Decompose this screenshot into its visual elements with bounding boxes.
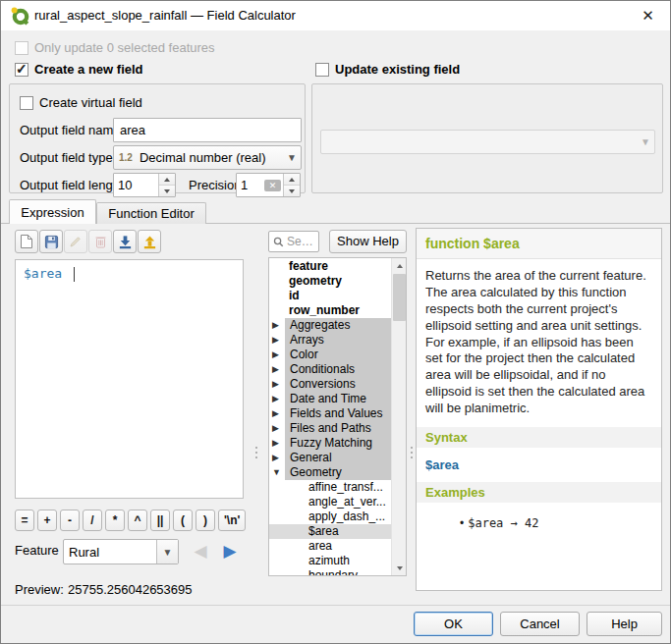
operator-button[interactable]: || xyxy=(150,510,170,531)
scrollbar-thumb[interactable] xyxy=(393,274,406,321)
output-field-length-input[interactable] xyxy=(114,174,158,196)
function-list-item[interactable]: $area xyxy=(269,524,392,539)
ok-button[interactable]: OK xyxy=(414,612,493,636)
function-list-item[interactable]: ▶Conditionals xyxy=(269,362,392,377)
function-list-item[interactable]: affine_transf... xyxy=(269,480,392,495)
chevron-right-icon[interactable]: ▶ xyxy=(269,362,285,377)
function-list-item[interactable]: apply_dash_... xyxy=(269,510,392,524)
chevron-right-icon[interactable]: ▶ xyxy=(269,406,285,421)
vertical-scrollbar[interactable] xyxy=(391,258,406,575)
function-list-item[interactable]: ▶Files and Paths xyxy=(269,421,392,436)
spin-down-icon[interactable] xyxy=(284,186,300,196)
chevron-right-icon[interactable]: ▶ xyxy=(269,348,285,362)
chevron-down-icon[interactable]: ▼ xyxy=(269,465,285,480)
delete-expression-button xyxy=(88,230,112,253)
operator-button[interactable]: = xyxy=(15,510,34,531)
scroll-down-icon[interactable] xyxy=(392,561,407,575)
function-list-item[interactable]: ▶Fuzzy Matching xyxy=(269,436,392,451)
function-list-item[interactable]: boundary xyxy=(269,568,392,576)
chevron-right-icon[interactable]: ▶ xyxy=(269,421,285,436)
chevron-right-icon[interactable]: ▶ xyxy=(269,318,285,333)
output-field-name-input[interactable] xyxy=(113,118,302,142)
feature-combo[interactable]: ▼ xyxy=(63,539,179,564)
function-list-item-label: geometry xyxy=(289,274,342,289)
function-list-item[interactable]: ▶Arrays xyxy=(269,333,392,348)
spin-up-icon[interactable] xyxy=(159,174,175,186)
spin-down-icon[interactable] xyxy=(159,186,175,196)
help-button[interactable]: Help xyxy=(587,612,662,636)
create-new-field-checkbox[interactable]: ✓ xyxy=(15,63,28,77)
create-virtual-field-checkbox[interactable] xyxy=(20,96,33,110)
chevron-right-icon[interactable]: ▶ xyxy=(269,333,285,348)
tab-function-editor[interactable]: Function Editor xyxy=(96,202,206,224)
operator-button[interactable]: / xyxy=(83,510,102,531)
cancel-button[interactable]: Cancel xyxy=(500,612,580,636)
splitter-handle[interactable] xyxy=(409,441,414,464)
function-list-item[interactable]: feature xyxy=(269,259,392,274)
function-list-item-label: feature xyxy=(289,259,328,274)
help-example-text: $area → 42 xyxy=(468,516,538,530)
expression-text: $area xyxy=(24,266,62,281)
function-list-item-label: affine_transf... xyxy=(308,480,383,495)
function-list-item-label: angle_at_ver... xyxy=(308,495,386,510)
spinner-arrows[interactable] xyxy=(283,174,300,196)
update-existing-field-label: Update existing field xyxy=(335,61,460,79)
operator-button[interactable]: ^ xyxy=(128,510,147,531)
function-list-item[interactable]: ▶Aggregates xyxy=(269,318,392,333)
scroll-up-icon[interactable] xyxy=(392,258,407,273)
function-list-item[interactable]: row_number xyxy=(269,303,392,318)
spin-up-icon[interactable] xyxy=(284,174,300,186)
chevron-right-icon[interactable]: ▶ xyxy=(269,377,285,392)
function-list-item[interactable]: ▶Fields and Values xyxy=(269,406,392,421)
function-list-item-label: Conditionals xyxy=(285,362,392,377)
feature-combo-input[interactable] xyxy=(64,545,156,560)
feature-label: Feature xyxy=(15,543,59,558)
chevron-right-icon[interactable]: ▶ xyxy=(269,392,285,406)
new-expression-button[interactable] xyxy=(15,230,38,253)
function-list-item[interactable]: ▼Geometry xyxy=(269,465,392,480)
chevron-down-icon: ▼ xyxy=(283,152,301,163)
import-expression-button[interactable] xyxy=(113,230,137,253)
output-field-type-combo[interactable]: 1.2 Decimal number (real) ▼ xyxy=(113,145,302,170)
search-input[interactable]: Se… xyxy=(268,231,319,252)
chevron-down-icon[interactable]: ▼ xyxy=(156,540,178,564)
update-existing-field-checkbox[interactable] xyxy=(315,63,329,77)
function-list-item[interactable]: ▶Color xyxy=(269,348,392,362)
splitter-handle[interactable] xyxy=(253,441,258,464)
next-feature-button[interactable]: ▶ xyxy=(217,539,243,564)
chevron-right-icon[interactable]: ▶ xyxy=(269,451,285,465)
qgis-logo-icon xyxy=(10,6,29,26)
chevron-right-icon[interactable]: ▶ xyxy=(269,436,285,451)
create-new-field-label: Create a new field xyxy=(34,61,143,79)
create-virtual-field-label: Create virtual field xyxy=(39,94,142,112)
tab-expression[interactable]: Expression xyxy=(9,199,96,224)
function-list[interactable]: featuregeometryidrow_number▶Aggregates▶A… xyxy=(268,257,407,576)
precision-spinner[interactable]: ✕ xyxy=(236,173,301,197)
function-list-item-label: apply_dash_... xyxy=(308,510,385,524)
function-list-item[interactable]: area xyxy=(269,539,392,554)
output-field-length-spinner[interactable] xyxy=(113,173,176,197)
function-list-item[interactable]: geometry xyxy=(269,274,392,289)
clear-value-icon[interactable]: ✕ xyxy=(264,180,281,191)
show-help-button[interactable]: Show Help xyxy=(329,230,407,253)
operator-button[interactable]: '\n' xyxy=(218,510,246,531)
function-list-item[interactable]: ▶General xyxy=(269,451,392,465)
function-list-item[interactable]: angle_at_ver... xyxy=(269,495,392,510)
spinner-arrows[interactable] xyxy=(158,174,175,196)
operator-button[interactable]: ) xyxy=(196,510,215,531)
expression-editor[interactable]: $area xyxy=(15,259,244,499)
output-field-name-label: Output field name xyxy=(20,122,121,139)
operator-button[interactable]: ( xyxy=(173,510,193,531)
function-list-item[interactable]: azimuth xyxy=(269,554,392,568)
operator-button[interactable]: * xyxy=(105,510,125,531)
help-title: function $area xyxy=(417,229,661,259)
precision-input[interactable] xyxy=(237,174,264,196)
close-button[interactable]: ✕ xyxy=(626,1,670,29)
operator-button[interactable]: - xyxy=(60,510,80,531)
save-expression-button[interactable] xyxy=(39,230,63,253)
function-list-item[interactable]: id xyxy=(269,289,392,303)
operator-button[interactable]: + xyxy=(37,510,57,531)
function-list-item[interactable]: ▶Date and Time xyxy=(269,392,392,406)
export-expression-button[interactable] xyxy=(138,230,161,253)
function-list-item[interactable]: ▶Conversions xyxy=(269,377,392,392)
